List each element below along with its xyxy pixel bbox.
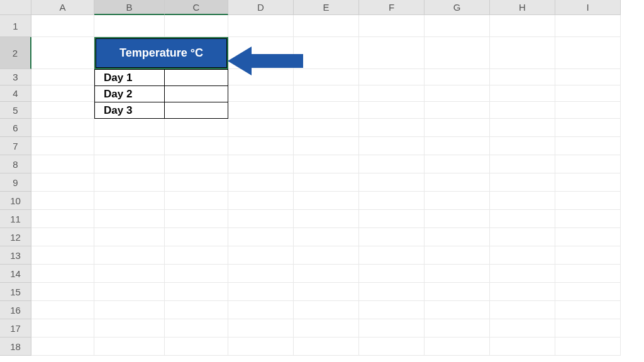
- cell-h18[interactable]: [490, 337, 555, 356]
- cell-b11[interactable]: [94, 210, 165, 228]
- cell-h14[interactable]: [490, 265, 555, 283]
- cell-b18[interactable]: [94, 337, 165, 356]
- cell-b3[interactable]: Day 1: [94, 69, 165, 86]
- cell-a2[interactable]: [31, 37, 94, 69]
- row-header-14[interactable]: 14: [0, 265, 31, 283]
- cell-d12[interactable]: [228, 228, 294, 246]
- row-header-7[interactable]: 7: [0, 137, 31, 155]
- cell-d18[interactable]: [228, 337, 294, 356]
- cell-a1[interactable]: [31, 15, 94, 37]
- cell-g1[interactable]: [425, 15, 490, 37]
- cell-a5[interactable]: [31, 102, 94, 119]
- cell-g2[interactable]: [425, 37, 490, 69]
- row-header-5[interactable]: 5: [0, 102, 31, 119]
- cell-a14[interactable]: [31, 265, 94, 283]
- cell-f14[interactable]: [359, 265, 425, 283]
- cell-g9[interactable]: [425, 173, 490, 192]
- cell-i13[interactable]: [555, 246, 621, 265]
- cell-i14[interactable]: [555, 265, 621, 283]
- cell-c15[interactable]: [165, 283, 228, 301]
- cell-g17[interactable]: [425, 319, 490, 337]
- cell-d15[interactable]: [228, 283, 294, 301]
- cell-h7[interactable]: [490, 137, 555, 155]
- cell-a11[interactable]: [31, 210, 94, 228]
- cell-d6[interactable]: [228, 119, 294, 137]
- cell-f3[interactable]: [359, 69, 425, 85]
- cell-d14[interactable]: [228, 265, 294, 283]
- cell-i1[interactable]: [555, 15, 621, 37]
- row-header-8[interactable]: 8: [0, 155, 31, 173]
- cell-a16[interactable]: [31, 301, 94, 319]
- cell-c3[interactable]: [164, 69, 228, 86]
- cell-b16[interactable]: [94, 301, 165, 319]
- column-header-c[interactable]: C: [165, 0, 228, 15]
- cell-d5[interactable]: [228, 102, 294, 119]
- cell-f13[interactable]: [359, 246, 425, 265]
- cell-b14[interactable]: [94, 265, 165, 283]
- cell-c5[interactable]: [164, 102, 228, 119]
- cell-e5[interactable]: [294, 102, 359, 119]
- cell-b9[interactable]: [94, 173, 165, 192]
- cell-f12[interactable]: [359, 228, 425, 246]
- merged-cell-b2c2[interactable]: Temperature °C: [94, 37, 228, 69]
- cell-f17[interactable]: [359, 319, 425, 337]
- cell-f9[interactable]: [359, 173, 425, 192]
- row-header-3[interactable]: 3: [0, 69, 31, 85]
- cell-c4[interactable]: [164, 85, 228, 102]
- cell-a13[interactable]: [31, 246, 94, 265]
- cell-i11[interactable]: [555, 210, 621, 228]
- cell-a17[interactable]: [31, 319, 94, 337]
- cell-h6[interactable]: [490, 119, 555, 137]
- cell-e11[interactable]: [294, 210, 359, 228]
- cell-d3[interactable]: [228, 69, 294, 85]
- cell-f4[interactable]: [359, 85, 425, 102]
- cell-i16[interactable]: [555, 301, 621, 319]
- cell-i2[interactable]: [555, 37, 621, 69]
- row-header-10[interactable]: 10: [0, 192, 31, 210]
- cell-d8[interactable]: [228, 155, 294, 173]
- cell-i3[interactable]: [555, 69, 621, 85]
- cell-e1[interactable]: [294, 15, 359, 37]
- cell-g16[interactable]: [425, 301, 490, 319]
- cell-i9[interactable]: [555, 173, 621, 192]
- cell-d1[interactable]: [228, 15, 294, 37]
- cell-g4[interactable]: [425, 85, 490, 102]
- cell-b8[interactable]: [94, 155, 165, 173]
- row-header-6[interactable]: 6: [0, 119, 31, 137]
- column-header-h[interactable]: H: [490, 0, 555, 15]
- row-header-2[interactable]: 2: [0, 37, 31, 69]
- cell-d7[interactable]: [228, 137, 294, 155]
- cell-d16[interactable]: [228, 301, 294, 319]
- cell-i18[interactable]: [555, 337, 621, 356]
- cell-e6[interactable]: [294, 119, 359, 137]
- cell-b6[interactable]: [94, 119, 165, 137]
- cell-e7[interactable]: [294, 137, 359, 155]
- cell-i15[interactable]: [555, 283, 621, 301]
- column-header-b[interactable]: B: [94, 0, 165, 15]
- cell-e2[interactable]: [294, 37, 359, 69]
- cell-i6[interactable]: [555, 119, 621, 137]
- cell-i5[interactable]: [555, 102, 621, 119]
- cell-g14[interactable]: [425, 265, 490, 283]
- cell-h1[interactable]: [490, 15, 555, 37]
- cell-e8[interactable]: [294, 155, 359, 173]
- cell-h13[interactable]: [490, 246, 555, 265]
- cell-e13[interactable]: [294, 246, 359, 265]
- cell-c14[interactable]: [165, 265, 228, 283]
- cell-e10[interactable]: [294, 192, 359, 210]
- cell-a18[interactable]: [31, 337, 94, 356]
- row-header-4[interactable]: 4: [0, 85, 31, 102]
- cell-f11[interactable]: [359, 210, 425, 228]
- cell-c7[interactable]: [165, 137, 228, 155]
- cell-a10[interactable]: [31, 192, 94, 210]
- cell-h15[interactable]: [490, 283, 555, 301]
- cell-f2[interactable]: [359, 37, 425, 69]
- cell-d11[interactable]: [228, 210, 294, 228]
- cell-g12[interactable]: [425, 228, 490, 246]
- cell-b15[interactable]: [94, 283, 165, 301]
- row-header-17[interactable]: 17: [0, 319, 31, 337]
- cell-e18[interactable]: [294, 337, 359, 356]
- cell-c16[interactable]: [165, 301, 228, 319]
- cell-f16[interactable]: [359, 301, 425, 319]
- cell-g8[interactable]: [425, 155, 490, 173]
